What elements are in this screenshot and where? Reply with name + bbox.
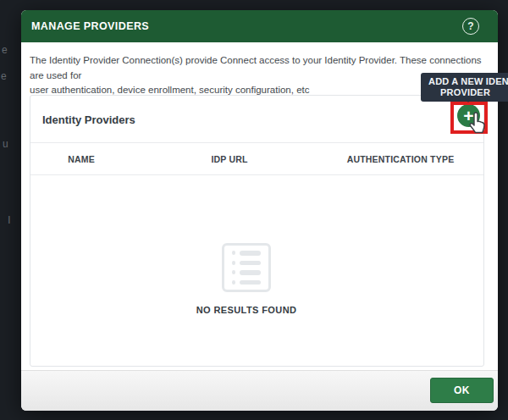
- column-header-idp-url: IDP URL: [211, 154, 247, 164]
- ok-button[interactable]: OK: [430, 378, 494, 403]
- column-header-authentication-type: AUTHENTICATION TYPE: [347, 154, 455, 164]
- table-header-row: NAME IDP URL AUTHENTICATION TYPE: [30, 142, 483, 175]
- column-header-name: NAME: [68, 154, 95, 164]
- empty-icon-row: [232, 261, 261, 266]
- backdrop-text-fragment: u: [3, 138, 8, 150]
- question-mark-glyph: ?: [467, 20, 473, 32]
- empty-icon-row: [232, 251, 261, 256]
- manage-providers-dialog: MANAGE PROVIDERS ? The Identity Provider…: [21, 10, 498, 411]
- dialog-header: MANAGE PROVIDERS ?: [21, 10, 498, 42]
- tooltip-line-1: ADD A NEW IDENTITY: [428, 76, 508, 87]
- tooltip-arrow: [463, 97, 473, 102]
- no-results-label: NO RESULTS FOUND: [196, 305, 297, 315]
- backdrop-text-fragment: e: [1, 70, 7, 82]
- cursor-hand-icon: [467, 112, 487, 135]
- tooltip-line-2: PROVIDER: [440, 87, 508, 98]
- dialog-title: MANAGE PROVIDERS: [31, 20, 149, 32]
- backdrop-text-fragment: e: [2, 44, 8, 56]
- empty-list-icon: [222, 243, 271, 292]
- backdrop-text-fragment: I: [8, 213, 11, 226]
- dialog-footer: OK: [21, 370, 498, 411]
- empty-icon-row: [232, 280, 261, 285]
- identity-providers-panel: Identity Providers + NAME IDP URL AUTHEN…: [30, 95, 484, 367]
- empty-icon-row: [232, 270, 261, 275]
- panel-title: Identity Providers: [42, 113, 135, 126]
- help-icon[interactable]: ?: [462, 18, 479, 35]
